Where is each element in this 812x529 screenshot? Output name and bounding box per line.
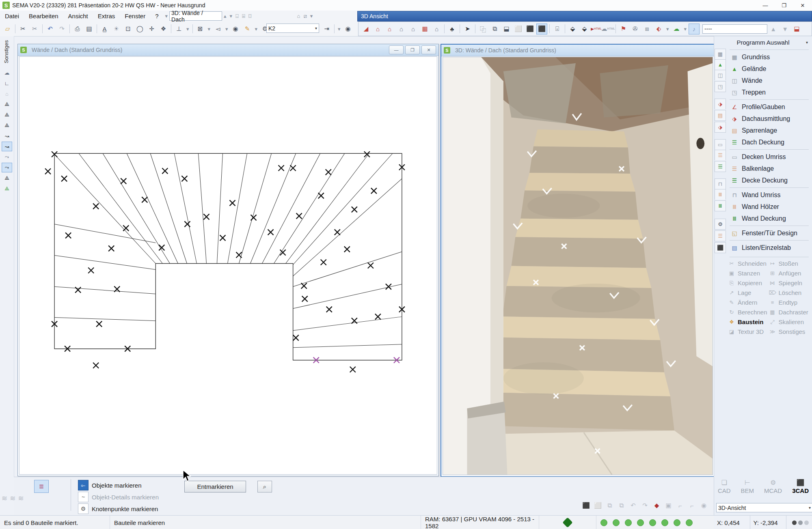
camera-settings-icon[interactable]: ⬙ xyxy=(579,24,590,34)
house-gray-icon[interactable]: ⌂ xyxy=(2,89,12,99)
sidebar-item-waende[interactable]: ◫Wände xyxy=(714,75,812,86)
layer-stack-icon[interactable]: ≋ xyxy=(10,494,15,503)
pencil-icon[interactable]: ✎ xyxy=(242,24,253,34)
view3d-select-combobox[interactable]: 3D-Ansicht ▾ xyxy=(716,503,812,512)
redo-eye-icon[interactable]: ↷ xyxy=(639,500,650,511)
program-selection-header[interactable]: Programm Auswahl ▾ xyxy=(714,36,812,48)
dropdown-icon[interactable]: ▾ xyxy=(225,26,228,32)
view-history-icon[interactable]: ▾ xyxy=(165,13,168,19)
brightness-icon[interactable]: ☀ xyxy=(111,24,122,34)
spline-line-eye-icon[interactable]: ⤳ xyxy=(2,163,12,172)
sidebar-item-listen-einzelstab[interactable]: ▤Listen/Einzelstab xyxy=(714,242,812,254)
mode-tab-bem[interactable]: ⊢BEM xyxy=(741,479,754,494)
tree-icon[interactable]: ♣ xyxy=(447,24,458,34)
house-top-icon[interactable]: ⌂ xyxy=(431,24,442,34)
page-preview-icon[interactable]: ▤ xyxy=(84,24,95,34)
view3d-window-titlebar[interactable]: S 3D: Wände / Dach (Standard Grundriss) xyxy=(441,45,714,56)
sidebar-item-dach-deckung[interactable]: ☰Dach Deckung xyxy=(714,136,812,148)
diamond-red-icon[interactable]: ◆ xyxy=(651,500,662,511)
station-right-icon[interactable]: ⟁ xyxy=(2,110,12,120)
redo-icon[interactable]: ↷ xyxy=(56,24,67,34)
frame-icon[interactable]: ⌸ xyxy=(242,13,245,19)
shadow-eye-icon[interactable]: ☁ xyxy=(671,24,682,34)
dropdown-icon[interactable]: ▾ xyxy=(666,26,669,32)
dach-eye-icon[interactable]: ⬗ xyxy=(715,99,726,109)
plan-close-button[interactable]: ✕ xyxy=(421,45,436,54)
sidebar-item-sparrenlage[interactable]: ▤Sparrenlage xyxy=(714,125,812,136)
wand-eye3-icon[interactable]: Ⅲ xyxy=(715,200,726,211)
roof-red-icon[interactable]: ◢ xyxy=(361,24,371,34)
sidebar-item-profile-gauben[interactable]: ∠Profile/Gauben xyxy=(714,101,812,113)
mode-tab-mcad[interactable]: ⚙MCAD xyxy=(764,479,782,494)
spline-icon[interactable]: ↝ xyxy=(2,131,12,141)
layers-button[interactable]: ≣ xyxy=(34,480,49,493)
plan-restore-button[interactable]: ❐ xyxy=(405,45,420,54)
corner-box2-icon[interactable]: ⌐ xyxy=(687,500,698,511)
mode-tab-3cad[interactable]: ⬛3CAD xyxy=(792,479,809,494)
sidebar-item-decken-umriss[interactable]: ▭Decken Umriss xyxy=(714,151,812,163)
save-red-icon[interactable]: ⬓ xyxy=(791,24,802,34)
view-combobox[interactable]: 3D: Wände / Dach xyxy=(169,11,222,21)
mini-gelaende-icon[interactable]: ▲ xyxy=(715,59,726,70)
cut-alt-icon[interactable]: ✂ xyxy=(29,24,40,34)
plan-window-titlebar[interactable]: S Wände / Dach (Standard Grundriss) — ❐ … xyxy=(18,44,438,56)
station-left-icon[interactable]: ⟁ xyxy=(2,99,12,109)
mode-tab-cad[interactable]: ❏CAD xyxy=(718,479,731,494)
layer-stack-icon[interactable]: ≋ xyxy=(2,494,7,503)
sidebar-item-wand-deckung[interactable]: ⅢWand Deckung xyxy=(714,213,812,224)
sidebar-item-gelaende[interactable]: ▲Gelände xyxy=(714,63,812,75)
station-redo-icon[interactable]: ⟁ xyxy=(2,120,12,130)
sidebar-item-treppen[interactable]: ◳Treppen xyxy=(714,86,812,98)
plan-minimize-button[interactable]: — xyxy=(389,45,404,54)
station-green-icon[interactable]: ⟁ xyxy=(2,184,12,194)
view3d-canvas[interactable] xyxy=(443,57,713,475)
float-toolbar-title[interactable]: 3D Ansicht xyxy=(357,11,812,22)
cube-wire-icon[interactable]: ⿻ xyxy=(477,24,488,34)
flag-red-icon[interactable]: ⚑ xyxy=(618,24,629,34)
cube-edit-icon[interactable]: ⧈ xyxy=(641,24,652,34)
attachment-icon[interactable]: ✇ xyxy=(630,24,641,34)
pair-red-left-icon[interactable]: ⬛ xyxy=(581,500,592,511)
wall-red-icon[interactable]: ▦ xyxy=(419,24,430,34)
unmark-button[interactable]: Entmarkieren xyxy=(184,481,246,492)
cube-open-icon[interactable]: ⬓ xyxy=(501,24,512,34)
monitor-icon[interactable]: ⌻ xyxy=(552,24,563,34)
sound-note-icon[interactable]: ♪ xyxy=(689,24,700,34)
minimize-button[interactable]: — xyxy=(756,0,775,11)
link-gear-icon[interactable]: ⚙ xyxy=(715,219,726,230)
search-marked-button[interactable]: ⌕ xyxy=(257,481,272,492)
wand-eye1-icon[interactable]: ⊓ xyxy=(715,178,726,189)
print-icon[interactable]: ⎙ xyxy=(72,24,83,34)
wand-eye2-icon[interactable]: Ⅲ xyxy=(715,189,726,200)
cloud-tool-icon[interactable]: ☁ xyxy=(2,68,12,77)
box-eye-icon[interactable]: ▣ xyxy=(663,500,674,511)
layer-stack-icon[interactable]: ≋ xyxy=(18,494,24,503)
tool-baustein[interactable]: ❖Baustein xyxy=(728,318,769,325)
scroll-down-icon[interactable]: ▼ xyxy=(780,24,790,34)
close-button[interactable]: ✕ xyxy=(793,0,812,11)
menu-fenster[interactable]: Fenster xyxy=(120,11,150,21)
open-folder-icon[interactable]: ▱ xyxy=(2,24,13,34)
layer-stack-icons[interactable]: ≋ ≋ ≋ xyxy=(2,494,24,503)
home-up-icon[interactable]: ⌂ xyxy=(297,13,300,19)
sidebar-item-fenster-tuer[interactable]: ◱Fenster/Tür Design xyxy=(714,227,812,239)
plan-canvas[interactable] xyxy=(19,56,437,475)
sparren-eye-icon[interactable]: ▤ xyxy=(715,110,726,121)
sidebar-item-decke-deckung[interactable]: ☰Decke Deckung xyxy=(714,174,812,186)
zoom-icon[interactable]: ◯ xyxy=(134,24,145,34)
corner-box1-icon[interactable]: ⌐ xyxy=(675,500,686,511)
measure-icon[interactable]: ⊥ xyxy=(173,24,184,34)
dxf-icon[interactable]: ⇥ xyxy=(321,24,332,34)
dropdown-icon[interactable]: ▾ xyxy=(338,26,341,32)
dropdown-icon[interactable]: ▾ xyxy=(255,26,258,32)
eye-settings-icon[interactable]: ◉ xyxy=(343,24,354,34)
dropdown-icon[interactable]: ▾ xyxy=(208,26,211,32)
zoom-window-icon[interactable]: ⊡ xyxy=(123,24,134,34)
cube-textured-icon[interactable]: ⬛ xyxy=(536,24,547,34)
option-knotenpunkte[interactable]: ⚙Knotenpunkte markieren xyxy=(78,503,158,514)
station-triangle-icon[interactable]: ⟁ xyxy=(2,173,12,183)
view-down-icon[interactable]: ▾ xyxy=(230,13,233,19)
menu-[interactable]: ? xyxy=(150,11,163,21)
visibility-icon[interactable]: ◉ xyxy=(230,24,241,34)
shapes-dropdown-icon[interactable]: ▾ xyxy=(310,13,313,19)
